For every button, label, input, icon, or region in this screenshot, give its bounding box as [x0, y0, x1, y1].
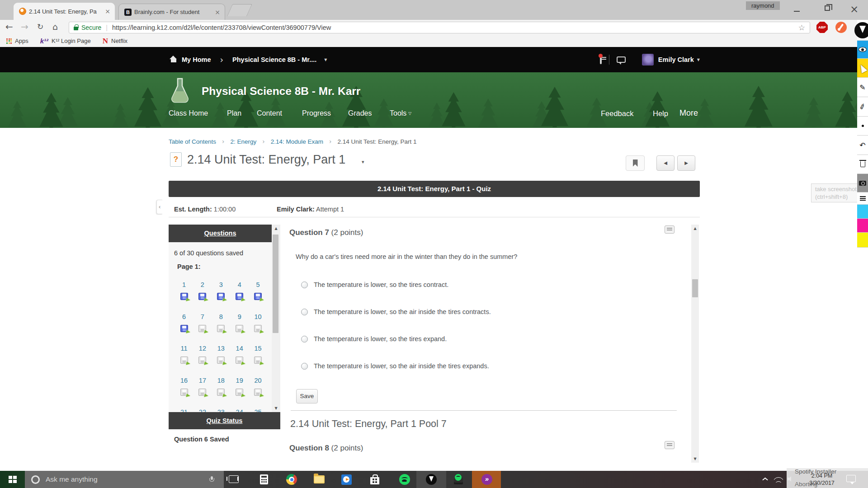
unsaved-floppy-icon-19[interactable]	[236, 389, 243, 396]
window-minimize-icon[interactable]	[794, 11, 800, 12]
window-restore-icon[interactable]	[825, 5, 830, 11]
forward-icon[interactable]: →	[21, 20, 28, 35]
reload-icon[interactable]: ↻	[37, 20, 43, 35]
bookmark-star-icon[interactable]: ☆	[798, 23, 805, 32]
radio-button[interactable]	[301, 282, 308, 288]
crumb-module-exam[interactable]: 2.14: Module Exam	[271, 138, 323, 145]
action-center-icon[interactable]	[846, 475, 856, 482]
question-link-16[interactable]: 16	[175, 377, 193, 384]
question-link-1[interactable]: 1	[175, 281, 193, 288]
saved-floppy-icon-2[interactable]	[198, 293, 206, 300]
color-magenta-swatch[interactable]	[857, 219, 868, 233]
microsoft-store-icon[interactable]	[369, 474, 381, 485]
tab-close-icon[interactable]: ×	[104, 8, 111, 15]
messages-button[interactable]	[600, 56, 602, 64]
nav-plan[interactable]: Plan	[227, 109, 241, 117]
question-link-6[interactable]: 6	[175, 313, 193, 320]
question-link-9[interactable]: 9	[231, 313, 249, 320]
nav-content[interactable]: Content	[257, 109, 282, 117]
radio-button[interactable]	[301, 363, 308, 370]
question-link-11[interactable]: 11	[175, 345, 193, 352]
cursor-tool-icon[interactable]	[857, 59, 868, 78]
adblock-extension-icon[interactable]: ABP	[816, 22, 828, 33]
start-button[interactable]	[0, 471, 25, 488]
question-link-19[interactable]: 19	[231, 377, 249, 384]
unsaved-floppy-icon-7[interactable]	[198, 325, 206, 332]
pen-tool-icon[interactable]	[857, 20, 868, 41]
bookmark-k12-login[interactable]: k¹² K¹² Login Page	[40, 37, 91, 45]
question-link-15[interactable]: 15	[249, 345, 267, 352]
question-link-5[interactable]: 5	[249, 281, 267, 288]
pencil-tool-icon[interactable]: ✎	[857, 78, 868, 97]
question-link-10[interactable]: 10	[249, 313, 267, 320]
question-link-4[interactable]: 4	[231, 281, 249, 288]
scroll-down-icon[interactable]: ▼	[272, 404, 280, 412]
bookmark-button[interactable]	[626, 155, 645, 171]
trash-icon[interactable]	[857, 155, 868, 174]
url-text[interactable]: https://learning.k12.com/d2l/le/content/…	[112, 24, 798, 31]
saved-floppy-icon-6[interactable]	[180, 325, 188, 332]
color-yellow-swatch[interactable]	[857, 233, 868, 248]
scrollbar-thumb[interactable]	[273, 235, 278, 333]
unsaved-floppy-icon-17[interactable]	[198, 389, 206, 396]
user-menu[interactable]: Emily Clark	[658, 56, 694, 63]
content-scrollbar[interactable]: ▲ ▼	[691, 225, 699, 463]
crumb-table-of-contents[interactable]: Table of Contents	[169, 138, 216, 145]
bookmark-netflix[interactable]: N Netflix	[103, 37, 127, 46]
new-tab-button[interactable]	[227, 4, 252, 16]
saved-floppy-icon-5[interactable]	[254, 293, 262, 300]
tab-unit-test[interactable]: 2.14 Unit Test: Energy, Pa ×	[14, 3, 115, 20]
unsaved-floppy-icon-16[interactable]	[180, 389, 188, 396]
nav-feedback[interactable]: Feedback	[601, 109, 633, 118]
save-button[interactable]: Save	[296, 389, 318, 404]
back-icon[interactable]: ←	[5, 20, 13, 35]
question-link-17[interactable]: 17	[193, 377, 212, 384]
question-link-20[interactable]: 20	[249, 377, 267, 384]
home-icon[interactable]: ⌂	[52, 20, 58, 35]
radio-button[interactable]	[301, 309, 308, 315]
question-link-13[interactable]: 13	[212, 345, 230, 352]
answer-option-3[interactable]: The temperature is lower, so the tires e…	[301, 335, 447, 343]
unsaved-floppy-icon-14[interactable]	[236, 357, 243, 364]
nav-progress[interactable]: Progress	[302, 109, 331, 117]
pen-app-icon[interactable]	[425, 474, 437, 485]
unsaved-floppy-icon-15[interactable]	[254, 357, 262, 364]
questions-scrollbar[interactable]: ▲ ▼	[272, 225, 280, 412]
spotify-installer-icon[interactable]	[453, 474, 464, 485]
answer-option-2[interactable]: The temperature is lower, so the air ins…	[301, 308, 491, 315]
answer-option-4[interactable]: The temperature is lower, so the air ins…	[301, 362, 489, 370]
question-link-25[interactable]: 25	[249, 408, 267, 412]
cleaner-extension-icon[interactable]	[835, 22, 847, 33]
question-link-22[interactable]: 22	[193, 408, 212, 412]
my-home-link[interactable]: My Home	[182, 56, 211, 63]
nav-more[interactable]: More	[679, 108, 698, 118]
page-title-caret-icon[interactable]: ▾	[362, 159, 364, 165]
question-link-7[interactable]: 7	[193, 313, 212, 320]
camera-icon[interactable]	[857, 174, 868, 192]
color-cyan-swatch[interactable]	[857, 205, 868, 219]
question7-corner-icon[interactable]	[665, 225, 675, 234]
undo-icon[interactable]: ↶	[857, 136, 868, 155]
unsaved-floppy-icon-12[interactable]	[198, 357, 206, 364]
question-link-14[interactable]: 14	[231, 345, 249, 352]
chat-icon[interactable]	[617, 56, 626, 63]
question-link-18[interactable]: 18	[212, 377, 230, 384]
unsaved-floppy-icon-8[interactable]	[217, 325, 225, 332]
course-selector[interactable]: Physical Science 8B - Mr....	[232, 56, 316, 63]
tab-close-icon[interactable]: ×	[214, 9, 221, 16]
unsaved-floppy-icon-11[interactable]	[180, 357, 188, 364]
user-menu-caret-icon[interactable]: ▼	[697, 58, 700, 62]
tab-brainly[interactable]: B Brainly.com - For student ×	[118, 4, 225, 20]
task-view-button[interactable]	[229, 475, 239, 483]
panel-collapse-handle[interactable]: ‹	[156, 200, 162, 214]
chrome-icon[interactable]	[286, 474, 297, 485]
previous-button[interactable]: ◀	[656, 155, 675, 171]
unsaved-floppy-icon-18[interactable]	[217, 389, 225, 396]
saved-floppy-icon-3[interactable]	[217, 293, 225, 300]
crumb-energy[interactable]: 2: Energy	[230, 138, 256, 145]
wifi-icon[interactable]	[774, 475, 783, 483]
question-link-8[interactable]: 8	[212, 313, 230, 320]
radio-button[interactable]	[301, 336, 308, 343]
question8-corner-icon[interactable]	[665, 441, 675, 449]
movies-tv-icon[interactable]	[340, 474, 352, 485]
